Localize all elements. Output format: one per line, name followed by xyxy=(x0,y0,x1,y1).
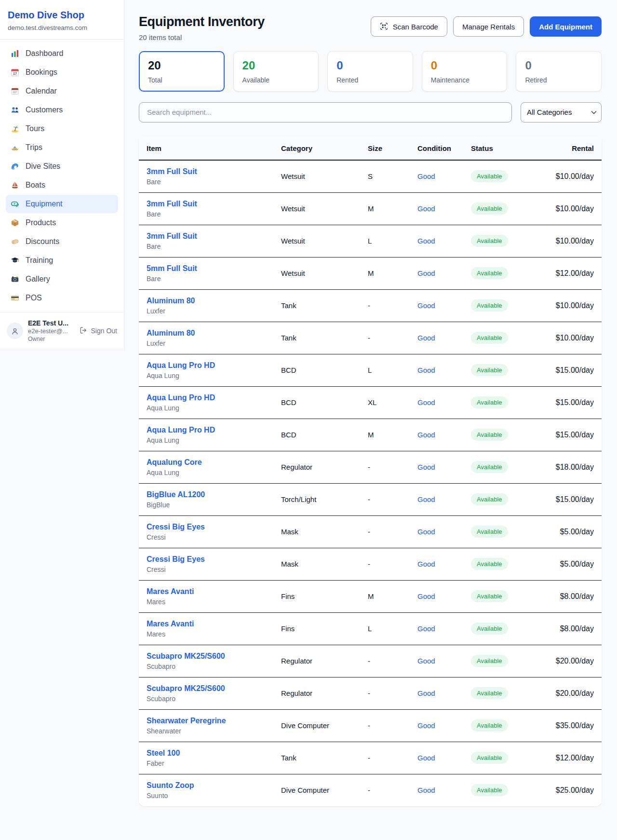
add-equipment-button[interactable]: Add Equipment xyxy=(530,16,602,37)
item-condition-link[interactable]: Good xyxy=(417,204,435,213)
sidebar-item-pos[interactable]: POS xyxy=(6,289,118,307)
item-name-link[interactable]: 3mm Full Suit xyxy=(147,167,197,176)
sidebar-item-label: Products xyxy=(26,218,56,227)
item-brand: Cressi xyxy=(147,566,281,573)
brand-block[interactable]: Demo Dive Shop demo.test.divestreams.com xyxy=(0,0,124,39)
sidebar-item-gallery[interactable]: Gallery xyxy=(6,270,118,288)
brand-title[interactable]: Demo Dive Shop xyxy=(8,10,116,21)
item-size: S xyxy=(368,160,417,193)
item-condition-link[interactable]: Good xyxy=(417,172,435,180)
item-name-link[interactable]: Aluminum 80 xyxy=(147,297,195,305)
sidebar-item-label: Discounts xyxy=(26,237,59,246)
sidebar-item-discounts[interactable]: Discounts xyxy=(6,232,118,251)
table-row: Aqua Lung Pro HD Aqua Lung BCD L Good Av… xyxy=(139,354,602,386)
item-name-link[interactable]: Scubapro MK25/S600 xyxy=(147,684,225,693)
item-brand: Aqua Lung xyxy=(147,436,281,444)
item-brand: Scubapro xyxy=(147,695,281,703)
item-condition-link[interactable]: Good xyxy=(417,431,435,439)
sidebar-item-dive-sites[interactable]: Dive Sites xyxy=(6,157,118,176)
item-rental: $10.00/day xyxy=(543,192,602,225)
item-name-link[interactable]: Steel 100 xyxy=(147,749,180,758)
sidebar-item-trips[interactable]: Trips xyxy=(6,138,118,157)
item-category: Tank xyxy=(281,289,368,322)
stat-label: Available xyxy=(242,76,310,84)
item-name-link[interactable]: Aqua Lung Pro HD xyxy=(147,426,215,434)
item-condition-link[interactable]: Good xyxy=(417,689,435,697)
item-condition-link[interactable]: Good xyxy=(417,269,435,277)
status-badge: Available xyxy=(471,429,508,441)
item-brand: Mares xyxy=(147,630,281,638)
item-rental: $10.00/day xyxy=(543,289,602,322)
stat-label: Rented xyxy=(336,76,404,84)
item-condition-link[interactable]: Good xyxy=(417,398,435,406)
item-condition-link[interactable]: Good xyxy=(417,237,435,245)
item-name-link[interactable]: Shearwater Peregrine xyxy=(147,717,226,725)
stat-card-available[interactable]: 20 Available xyxy=(233,51,319,92)
sidebar-item-equipment[interactable]: Equipment xyxy=(6,195,118,213)
item-name-link[interactable]: 3mm Full Suit xyxy=(147,232,197,241)
scan-barcode-label: Scan Barcode xyxy=(393,23,438,31)
item-name-link[interactable]: Mares Avanti xyxy=(147,620,194,628)
table-row: Mares Avanti Mares Fins L Good Available… xyxy=(139,612,602,645)
item-name-link[interactable]: Scubapro MK25/S600 xyxy=(147,652,225,661)
item-size: - xyxy=(368,515,417,548)
table-row: Cressi Big Eyes Cressi Mask - Good Avail… xyxy=(139,515,602,548)
manage-rentals-button[interactable]: Manage Rentals xyxy=(453,16,524,37)
stat-card-maintenance[interactable]: 0 Maintenance xyxy=(422,51,508,92)
item-condition-link[interactable]: Good xyxy=(417,786,435,794)
stat-value: 0 xyxy=(431,59,498,73)
item-name-link[interactable]: Cressi Big Eyes xyxy=(147,555,205,564)
item-brand: Aqua Lung xyxy=(147,469,281,476)
item-condition-link[interactable]: Good xyxy=(417,754,435,762)
table-row: 3mm Full Suit Bare Wetsuit M Good Availa… xyxy=(139,192,602,225)
item-size: L xyxy=(368,225,417,257)
item-name-link[interactable]: 3mm Full Suit xyxy=(147,200,197,208)
sidebar-item-label: Boats xyxy=(26,181,45,190)
equipment-table-card: Item Category Size Condition Status Rent… xyxy=(139,136,602,806)
sidebar-item-customers[interactable]: Customers xyxy=(6,101,118,119)
item-brand: Cressi xyxy=(147,533,281,541)
item-category: BCD xyxy=(281,386,368,419)
search-input[interactable] xyxy=(139,102,512,122)
column-header-item: Item xyxy=(139,136,281,160)
item-rental: $15.00/day xyxy=(543,386,602,419)
item-condition-link[interactable]: Good xyxy=(417,495,435,503)
item-name-link[interactable]: BigBlue AL1200 xyxy=(147,490,205,499)
item-name-link[interactable]: Aluminum 80 xyxy=(147,329,195,338)
stat-card-retired[interactable]: 0 Retired xyxy=(516,51,602,92)
sidebar-item-calendar[interactable]: Calendar xyxy=(6,82,118,100)
item-condition-link[interactable]: Good xyxy=(417,366,435,374)
item-name-link[interactable]: Mares Avanti xyxy=(147,587,194,596)
item-condition-link[interactable]: Good xyxy=(417,301,435,310)
stat-label: Maintenance xyxy=(431,76,498,84)
sidebar-item-dashboard[interactable]: Dashboard xyxy=(6,44,118,63)
item-name-link[interactable]: Aqua Lung Pro HD xyxy=(147,393,215,402)
item-name-link[interactable]: Suunto Zoop xyxy=(147,781,194,790)
item-condition-link[interactable]: Good xyxy=(417,657,435,665)
stat-card-total[interactable]: 20 Total xyxy=(139,51,225,92)
item-name-link[interactable]: Aqualung Core xyxy=(147,458,202,467)
status-badge: Available xyxy=(471,461,508,473)
sidebar-item-tours[interactable]: Tours xyxy=(6,120,118,138)
item-condition-link[interactable]: Good xyxy=(417,624,435,633)
item-condition-link[interactable]: Good xyxy=(417,334,435,342)
item-condition-link[interactable]: Good xyxy=(417,463,435,471)
category-filter-select[interactable]: All Categories xyxy=(521,102,602,122)
item-name-link[interactable]: 5mm Full Suit xyxy=(147,264,197,273)
column-header-condition: Condition xyxy=(417,136,471,160)
item-name-link[interactable]: Aqua Lung Pro HD xyxy=(147,361,215,370)
item-condition-link[interactable]: Good xyxy=(417,721,435,730)
item-name-link[interactable]: Cressi Big Eyes xyxy=(147,523,205,531)
item-brand: Bare xyxy=(147,275,281,283)
item-rental: $5.00/day xyxy=(543,515,602,548)
item-condition-link[interactable]: Good xyxy=(417,528,435,536)
sidebar-item-boats[interactable]: Boats xyxy=(6,176,118,194)
sidebar-item-products[interactable]: Products xyxy=(6,214,118,232)
item-condition-link[interactable]: Good xyxy=(417,592,435,600)
item-condition-link[interactable]: Good xyxy=(417,560,435,568)
sign-out-button[interactable]: Sign Out xyxy=(80,326,117,335)
sidebar-item-training[interactable]: Training xyxy=(6,251,118,270)
scan-barcode-button[interactable]: Scan Barcode xyxy=(371,16,447,37)
sidebar-item-bookings[interactable]: 17 Bookings xyxy=(6,63,118,81)
stat-card-rented[interactable]: 0 Rented xyxy=(327,51,413,92)
